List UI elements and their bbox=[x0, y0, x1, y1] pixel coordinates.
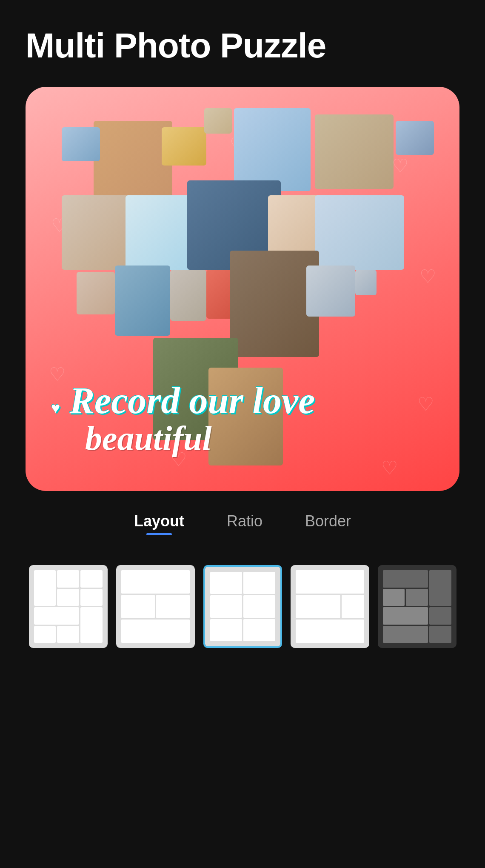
layout-asymmetric[interactable] bbox=[291, 565, 369, 648]
layout-options bbox=[0, 552, 485, 682]
photo-6 bbox=[315, 114, 394, 189]
photo-collage bbox=[26, 87, 459, 491]
photo-17 bbox=[230, 251, 319, 357]
tab-border[interactable]: Border bbox=[305, 512, 351, 535]
tabs-bar: Layout Ratio Border bbox=[0, 512, 485, 535]
photo-4 bbox=[162, 127, 206, 166]
app-title: Multi Photo Puzzle bbox=[0, 0, 485, 78]
photo-1 bbox=[94, 121, 172, 200]
layout-mosaic[interactable] bbox=[29, 565, 108, 648]
photo-13 bbox=[77, 272, 115, 314]
photo-7 bbox=[396, 121, 434, 155]
photo-18 bbox=[306, 266, 355, 317]
layout-2x3[interactable] bbox=[203, 565, 282, 648]
photo-14 bbox=[115, 266, 170, 336]
photo-5 bbox=[204, 108, 232, 134]
tab-layout[interactable]: Layout bbox=[134, 512, 184, 535]
photo-21 bbox=[208, 368, 283, 465]
photo-8 bbox=[62, 195, 136, 270]
layout-puzzle[interactable] bbox=[378, 565, 456, 648]
photo-3 bbox=[62, 127, 100, 161]
photo-canvas: ♡ ♡ ♡ ♡ ♡ ♡ ♡ ♡ ♥ Record ou bbox=[26, 87, 459, 491]
photo-12 bbox=[315, 195, 404, 270]
photo-19 bbox=[355, 270, 377, 295]
photo-2 bbox=[234, 108, 311, 191]
layout-2col[interactable] bbox=[116, 565, 195, 648]
photo-15 bbox=[170, 270, 206, 321]
tab-ratio[interactable]: Ratio bbox=[227, 512, 262, 535]
